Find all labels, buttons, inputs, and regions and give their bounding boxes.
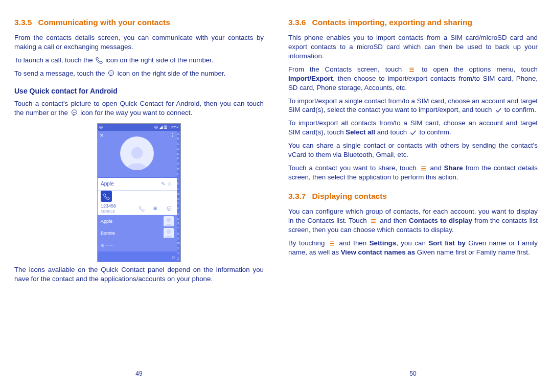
para: To send a message, touch the icon on the…	[14, 69, 264, 78]
para: You can share a single contact or contac…	[288, 141, 538, 159]
para: From the Contacts screen, touch to open …	[288, 65, 538, 93]
call-icon	[95, 56, 103, 64]
list-item: Apple	[98, 215, 177, 227]
list-item: Bonnie	[98, 227, 177, 239]
para: From the contacts details screen, you ca…	[14, 33, 264, 52]
add-contact-row: ⊕ ······	[98, 239, 177, 251]
avatar	[164, 228, 174, 238]
more-icon: ⋮	[170, 132, 175, 139]
contact-name-row: Apple ✎☆	[98, 178, 177, 191]
phone-bottom-bar: ⌕	[98, 251, 177, 262]
check-icon	[409, 129, 418, 136]
para: To launch a call, touch the icon on the …	[14, 56, 264, 65]
close-icon: ✕	[100, 132, 104, 139]
call-row	[98, 191, 177, 203]
para: To import/export all contacts from/to a …	[288, 119, 538, 137]
section-335-heading: 3.3.5 Communicating with your contacts	[14, 17, 264, 28]
para: Touch a contact you want to share, touch…	[288, 164, 538, 182]
page-number: 50	[288, 370, 538, 392]
para: The icons available on the Quick Contact…	[14, 265, 264, 284]
edit-icon: ✎	[161, 181, 167, 187]
page-number: 49	[14, 370, 264, 392]
para: You can configure which group of contact…	[288, 207, 538, 235]
section-337-heading: 3.3.7 Displaying contacts	[288, 191, 538, 202]
star-icon: ☆	[167, 181, 174, 187]
section-336-heading: 3.3.6 Contacts importing, exporting and …	[288, 17, 538, 28]
screenshot-phone: ◎ ⋯ ◎ ◢ ▥ 13:57 ✕ ⋮ Ap	[97, 123, 181, 262]
phone-header: ✕ ⋮	[98, 131, 177, 178]
menu-icon	[419, 165, 428, 172]
menu-icon	[407, 66, 416, 74]
page-left: 3.3.5 Communicating with your contacts F…	[0, 0, 276, 392]
menu-icon	[328, 240, 336, 247]
call-icon	[137, 204, 146, 212]
para: To import/export a single contact from/t…	[288, 97, 538, 115]
message-icon	[107, 70, 116, 77]
check-icon	[494, 106, 502, 114]
search-icon: ⌕	[172, 253, 175, 261]
index-scroll: ABCDEFGHIJKLMNOPQRSTUVWXYZ	[177, 131, 180, 262]
call-icon	[101, 191, 112, 202]
number-row: 123456 MOBILE ▣	[98, 202, 177, 215]
avatar	[120, 136, 154, 170]
message-icon	[70, 109, 79, 117]
para: This phone enables you to import contact…	[288, 33, 538, 61]
menu-icon	[369, 217, 378, 225]
page-right: 3.3.6 Contacts importing, exporting and …	[276, 0, 552, 392]
para: By touching and then Settings, you can S…	[288, 239, 538, 257]
subsection-quick-contact: Use Quick contact for Android	[14, 86, 264, 96]
avatar	[164, 216, 174, 226]
para: Touch a contact's picture to open Quick …	[14, 99, 264, 118]
video-icon: ▣	[151, 204, 160, 212]
message-icon	[165, 204, 174, 212]
phone-statusbar: ◎ ⋯ ◎ ◢ ▥ 13:57	[98, 124, 180, 131]
